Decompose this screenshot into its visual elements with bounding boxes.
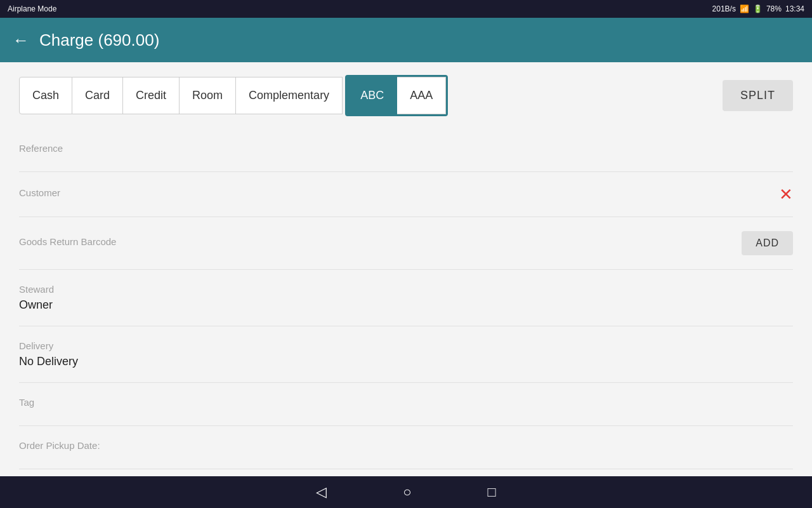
add-barcode-button[interactable]: ADD — [742, 231, 793, 255]
tab-card[interactable]: Card — [72, 77, 123, 114]
tab-abc[interactable]: ABC — [347, 77, 397, 114]
time-label: 13:34 — [785, 4, 804, 13]
tag-field: Tag — [19, 383, 793, 426]
reference-field: Reference — [19, 129, 793, 172]
wifi-icon: 🔋 — [753, 4, 763, 13]
reference-label: Reference — [19, 143, 793, 154]
customer-field: Customer ✕ — [19, 172, 793, 217]
order-pickup-date-field: Order Pickup Date: — [19, 426, 793, 469]
delivery-value: No Delivery — [19, 355, 793, 368]
network-speed: 201B/s — [712, 4, 736, 13]
signal-icon: 📶 — [740, 4, 749, 13]
tab-complementary[interactable]: Complementary — [236, 77, 343, 114]
delivery-label: Delivery — [19, 340, 793, 351]
toolbar: ← Charge (690.00) — [0, 18, 812, 62]
order-pickup-date-label: Order Pickup Date: — [19, 440, 793, 451]
nav-back-icon[interactable]: ◁ — [316, 484, 327, 500]
steward-field: Steward Owner — [19, 270, 793, 326]
regular-tabs-group: Cash Card Credit Room Complementary — [19, 77, 343, 114]
steward-label: Steward — [19, 284, 793, 295]
goods-return-barcode-field: Goods Return Barcode ADD — [19, 217, 793, 270]
bottom-nav: ◁ ○ □ — [0, 476, 812, 508]
tabs-row: Cash Card Credit Room Complementary ABC … — [19, 75, 793, 116]
airplane-mode-label: Airplane Mode — [8, 4, 56, 13]
order-pickup-time-field: Order Pickup Time: — [19, 469, 793, 476]
battery-percent: 78% — [766, 4, 782, 13]
customer-label: Customer — [19, 187, 60, 198]
status-bar-right: 201B/s 📶 🔋 78% 13:34 — [712, 4, 804, 13]
page-title: Charge (690.00) — [39, 30, 159, 50]
customer-clear-button[interactable]: ✕ — [779, 186, 793, 203]
nav-recent-icon[interactable]: □ — [488, 484, 496, 500]
back-button[interactable]: ← — [13, 32, 29, 48]
tab-aaa[interactable]: AAA — [397, 77, 446, 114]
tab-cash[interactable]: Cash — [19, 77, 72, 114]
goods-return-barcode-label: Goods Return Barcode — [19, 236, 116, 247]
delivery-field: Delivery No Delivery — [19, 326, 793, 383]
tag-label: Tag — [19, 397, 793, 408]
tab-credit[interactable]: Credit — [123, 77, 180, 114]
goods-barcode-row: Goods Return Barcode ADD — [19, 231, 793, 255]
payment-tabs: Cash Card Credit Room Complementary ABC … — [19, 75, 448, 116]
main-content: Cash Card Credit Room Complementary ABC … — [0, 62, 812, 476]
status-bar: Airplane Mode 201B/s 📶 🔋 78% 13:34 — [0, 0, 812, 18]
customer-field-row: Customer ✕ — [19, 186, 793, 203]
steward-value: Owner — [19, 298, 793, 312]
split-button[interactable]: SPLIT — [723, 80, 793, 111]
highlighted-tabs-group: ABC AAA — [345, 75, 448, 116]
nav-home-icon[interactable]: ○ — [403, 484, 411, 500]
tab-room[interactable]: Room — [180, 77, 236, 114]
